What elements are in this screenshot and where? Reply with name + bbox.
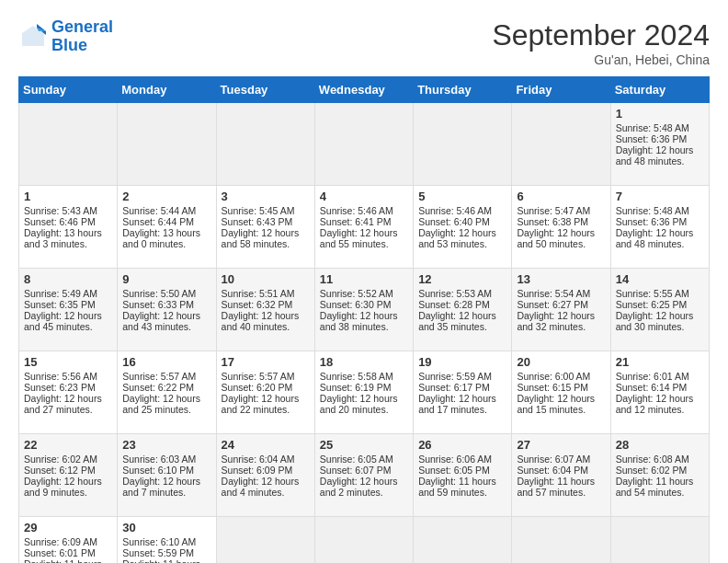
calendar-cell: 27Sunrise: 6:07 AMSunset: 6:04 PMDayligh… (512, 434, 610, 517)
calendar-cell: 30Sunrise: 6:10 AMSunset: 5:59 PMDayligh… (118, 517, 216, 564)
sunset-text: Sunset: 6:46 PM (24, 216, 112, 227)
daylight-text: Daylight: 12 hours and 17 minutes. (418, 393, 506, 415)
sunrise-text: Sunrise: 6:00 AM (517, 371, 605, 382)
day-number: 29 (24, 521, 112, 534)
calendar-cell (314, 517, 413, 564)
sunrise-text: Sunrise: 5:45 AM (222, 205, 310, 216)
daylight-text: Daylight: 12 hours and 43 minutes. (122, 310, 210, 332)
sunrise-text: Sunrise: 6:01 AM (616, 371, 704, 382)
calendar-cell (216, 103, 314, 186)
calendar-cell: 10Sunrise: 5:51 AMSunset: 6:32 PMDayligh… (216, 269, 314, 351)
calendar-cell: 28Sunrise: 6:08 AMSunset: 6:02 PMDayligh… (610, 434, 709, 517)
sunset-text: Sunset: 6:35 PM (24, 299, 112, 310)
daylight-text: Daylight: 12 hours and 48 minutes. (616, 227, 704, 249)
day-number: 22 (24, 438, 112, 452)
sunrise-text: Sunrise: 6:07 AM (517, 454, 605, 465)
sunset-text: Sunset: 6:43 PM (222, 216, 310, 227)
day-number: 19 (418, 355, 506, 369)
daylight-text: Daylight: 12 hours and 12 minutes. (616, 393, 704, 415)
sunset-text: Sunset: 6:20 PM (222, 382, 310, 393)
day-number: 14 (616, 272, 704, 286)
calendar-cell: 19Sunrise: 5:59 AMSunset: 6:17 PMDayligh… (414, 351, 512, 434)
calendar-cell: 18Sunrise: 5:58 AMSunset: 6:19 PMDayligh… (314, 351, 413, 434)
calendar-cell (314, 103, 413, 186)
calendar-cell: 5Sunrise: 5:46 AMSunset: 6:40 PMDaylight… (414, 186, 512, 269)
sunset-text: Sunset: 6:19 PM (320, 382, 408, 393)
sunrise-text: Sunrise: 5:50 AM (122, 288, 210, 299)
day-number: 27 (517, 438, 605, 452)
calendar-cell: 11Sunrise: 5:52 AMSunset: 6:30 PMDayligh… (314, 269, 413, 351)
calendar-cell (512, 517, 610, 564)
day-number: 10 (222, 272, 310, 286)
sunrise-text: Sunrise: 6:02 AM (24, 454, 112, 465)
sunrise-text: Sunrise: 5:58 AM (320, 371, 408, 382)
calendar-week-row: 1Sunrise: 5:48 AMSunset: 6:36 PMDaylight… (19, 103, 710, 186)
calendar-cell: 14Sunrise: 5:55 AMSunset: 6:25 PMDayligh… (610, 269, 709, 351)
sunset-text: Sunset: 6:12 PM (24, 465, 112, 476)
title-block: September 2024 Gu'an, Hebei, China (492, 18, 710, 67)
sunset-text: Sunset: 6:05 PM (418, 465, 506, 476)
sunrise-text: Sunrise: 5:48 AM (616, 205, 704, 216)
calendar-week-row: 29Sunrise: 6:09 AMSunset: 6:01 PMDayligh… (19, 517, 710, 564)
logo-text: General Blue (51, 18, 113, 55)
day-number: 4 (320, 190, 408, 203)
sunset-text: Sunset: 6:15 PM (517, 382, 605, 393)
day-number: 17 (222, 355, 310, 369)
calendar-cell: 21Sunrise: 6:01 AMSunset: 6:14 PMDayligh… (610, 351, 709, 434)
header-sunday: Sunday (19, 77, 118, 103)
sunrise-text: Sunrise: 5:47 AM (517, 205, 605, 216)
day-number: 1 (24, 190, 112, 203)
sunrise-text: Sunrise: 5:44 AM (122, 205, 210, 216)
daylight-text: Daylight: 11 hours and 52 minutes. (24, 558, 112, 563)
calendar-cell: 12Sunrise: 5:53 AMSunset: 6:28 PMDayligh… (414, 269, 512, 351)
daylight-text: Daylight: 11 hours and 54 minutes. (616, 476, 704, 498)
calendar-cell (414, 103, 512, 186)
calendar-cell: 6Sunrise: 5:47 AMSunset: 6:38 PMDaylight… (512, 186, 610, 269)
calendar-cell: 8Sunrise: 5:49 AMSunset: 6:35 PMDaylight… (19, 269, 118, 351)
day-number: 25 (320, 438, 408, 452)
sunset-text: Sunset: 6:38 PM (517, 216, 605, 227)
sunrise-text: Sunrise: 5:59 AM (418, 371, 506, 382)
calendar-cell: 20Sunrise: 6:00 AMSunset: 6:15 PMDayligh… (512, 351, 610, 434)
sunrise-text: Sunrise: 5:57 AM (122, 371, 210, 382)
header-friday: Friday (512, 77, 610, 103)
sunset-text: Sunset: 6:44 PM (122, 216, 210, 227)
calendar-header-row: SundayMondayTuesdayWednesdayThursdayFrid… (19, 77, 710, 103)
day-number: 1 (616, 107, 704, 121)
daylight-text: Daylight: 12 hours and 2 minutes. (320, 476, 408, 498)
sunset-text: Sunset: 6:25 PM (616, 299, 704, 310)
daylight-text: Daylight: 12 hours and 45 minutes. (24, 310, 112, 332)
sunrise-text: Sunrise: 5:49 AM (24, 288, 112, 299)
day-number: 21 (616, 355, 704, 369)
sunset-text: Sunset: 6:22 PM (122, 382, 210, 393)
day-number: 11 (320, 272, 408, 286)
calendar-week-row: 22Sunrise: 6:02 AMSunset: 6:12 PMDayligh… (19, 434, 710, 517)
calendar-cell: 23Sunrise: 6:03 AMSunset: 6:10 PMDayligh… (118, 434, 216, 517)
logo: General Blue (18, 18, 113, 55)
calendar-cell: 29Sunrise: 6:09 AMSunset: 6:01 PMDayligh… (19, 517, 118, 564)
sunset-text: Sunset: 5:59 PM (122, 547, 210, 558)
day-number: 24 (222, 438, 310, 452)
header-wednesday: Wednesday (314, 77, 413, 103)
daylight-text: Daylight: 12 hours and 53 minutes. (418, 227, 506, 249)
sunrise-text: Sunrise: 6:04 AM (222, 454, 310, 465)
daylight-text: Daylight: 11 hours and 57 minutes. (517, 476, 605, 498)
month-title: September 2024 (492, 18, 710, 52)
day-number: 9 (122, 272, 210, 286)
daylight-text: Daylight: 12 hours and 30 minutes. (616, 310, 704, 332)
calendar-table: SundayMondayTuesdayWednesdayThursdayFrid… (18, 76, 710, 563)
calendar-cell: 17Sunrise: 5:57 AMSunset: 6:20 PMDayligh… (216, 351, 314, 434)
calendar-cell: 13Sunrise: 5:54 AMSunset: 6:27 PMDayligh… (512, 269, 610, 351)
sunrise-text: Sunrise: 5:53 AM (418, 288, 506, 299)
sunset-text: Sunset: 6:01 PM (24, 547, 112, 558)
sunrise-text: Sunrise: 6:03 AM (122, 454, 210, 465)
calendar-cell: 25Sunrise: 6:05 AMSunset: 6:07 PMDayligh… (314, 434, 413, 517)
sunset-text: Sunset: 6:32 PM (222, 299, 310, 310)
daylight-text: Daylight: 12 hours and 7 minutes. (122, 476, 210, 498)
calendar-cell: 3Sunrise: 5:45 AMSunset: 6:43 PMDaylight… (216, 186, 314, 269)
sunset-text: Sunset: 6:27 PM (517, 299, 605, 310)
page-header: General Blue September 2024 Gu'an, Hebei… (18, 18, 710, 67)
sunrise-text: Sunrise: 5:46 AM (418, 205, 506, 216)
daylight-text: Daylight: 13 hours and 3 minutes. (24, 227, 112, 249)
sunset-text: Sunset: 6:36 PM (616, 133, 704, 144)
